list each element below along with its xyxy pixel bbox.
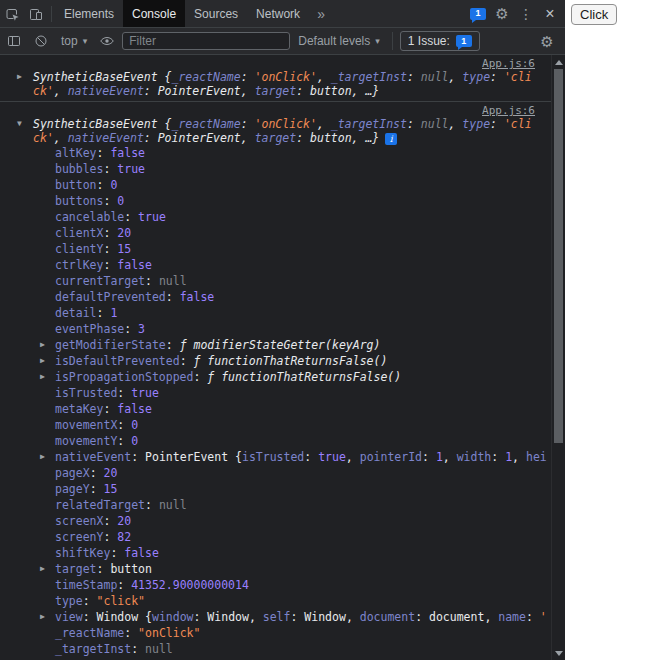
expand-triangle-icon[interactable]: ▶	[40, 565, 45, 573]
token-name: target	[255, 84, 297, 98]
browser-window: Elements Console Sources Network » 1 ⚙ ⋮…	[0, 0, 645, 660]
token-plain: :	[193, 370, 207, 384]
scroll-down-icon[interactable]	[552, 647, 565, 659]
live-expression-eye-icon[interactable]	[95, 28, 119, 55]
token-str: "click"	[97, 594, 145, 608]
token-plain: :	[103, 162, 117, 176]
token-name: document	[360, 610, 415, 624]
token-name: nativeEvent	[55, 450, 131, 464]
collapse-triangle-icon[interactable]: ▼	[17, 120, 22, 128]
console-sidebar-icon[interactable]	[2, 28, 26, 55]
token-plain: :	[241, 117, 255, 131]
token-plain: Window {	[97, 610, 152, 624]
token-name: ctrlKey	[55, 258, 103, 272]
token-name: clientX	[55, 226, 103, 240]
expand-triangle-icon[interactable]: ▶	[40, 341, 45, 349]
token-name: _targetInst	[55, 642, 131, 656]
token-num: false	[117, 402, 152, 416]
token-plain: button	[110, 562, 152, 576]
token-plain: :	[103, 258, 117, 272]
tab-console[interactable]: Console	[123, 0, 185, 27]
expand-triangle-icon[interactable]: ▶	[40, 373, 45, 381]
token-plain: ,	[317, 117, 331, 131]
expand-triangle-icon[interactable]: ▶	[40, 613, 45, 621]
close-devtools-icon[interactable]: ×	[538, 0, 562, 27]
tab-sources[interactable]: Sources	[185, 0, 247, 27]
info-icon[interactable]: i	[385, 133, 397, 145]
token-name: _targetInst	[331, 117, 407, 131]
token-plain: :	[90, 482, 104, 496]
token-plain: :	[103, 194, 117, 208]
token-plain: :	[124, 210, 138, 224]
token-plain: :	[526, 610, 540, 624]
token-plain: ,	[249, 610, 263, 624]
issue-count-badge: 1	[470, 8, 486, 20]
property-row: bubbles: true	[0, 161, 551, 177]
token-plain: :	[103, 242, 117, 256]
property-row: movementY: 0	[0, 433, 551, 449]
context-label: top	[61, 34, 78, 48]
scroll-up-icon[interactable]	[552, 56, 565, 68]
more-tabs-icon[interactable]: »	[309, 0, 333, 27]
clear-console-icon[interactable]	[29, 28, 53, 55]
token-name: movementX	[55, 418, 117, 432]
token-name: movementY	[55, 434, 117, 448]
message-preview-line: ck', nativeEvent: PointerEvent, target: …	[0, 84, 551, 98]
token-plain: ,	[54, 84, 68, 98]
token-fn: ƒ functionThatReturnsFalse()	[193, 354, 387, 368]
token-plain: PointerEvent {	[145, 450, 242, 464]
token-name: isPropagationStopped	[55, 370, 193, 384]
javascript-context-selector[interactable]: top ▾	[56, 34, 92, 48]
token-plain: ,	[449, 70, 463, 84]
token-str: 'cli	[504, 117, 532, 131]
token-plain: :	[490, 70, 504, 84]
token-num: true	[138, 210, 166, 224]
property-row: ▶isPropagationStopped: ƒ functionThatRet…	[0, 369, 551, 385]
property-row: buttons: 0	[0, 193, 551, 209]
console-scrollbar[interactable]	[551, 55, 565, 660]
expand-triangle-icon[interactable]: ▶	[40, 453, 45, 461]
token-plain: :	[124, 626, 138, 640]
log-levels-selector[interactable]: Default levels ▾	[293, 34, 385, 48]
scrollbar-thumb[interactable]	[554, 69, 563, 443]
token-plain: Window	[304, 610, 346, 624]
token-name: getModifierState	[55, 338, 166, 352]
issues-counter-button[interactable]: 1 Issue: 1	[400, 31, 480, 51]
click-button[interactable]: Click	[571, 4, 617, 25]
inspect-element-icon[interactable]	[0, 0, 24, 27]
token-name: target	[255, 131, 297, 145]
tab-network[interactable]: Network	[247, 0, 309, 27]
tab-elements[interactable]: Elements	[55, 0, 123, 27]
message-preview-line: ▶SyntheticBaseEvent {_reactName: 'onClic…	[0, 70, 551, 84]
token-str: "onClick"	[138, 626, 200, 640]
token-plain: :	[290, 610, 304, 624]
expand-triangle-icon[interactable]: ▶	[40, 357, 45, 365]
token-str: 'onClick'	[255, 117, 317, 131]
console-settings-gear-icon[interactable]: ⚙	[535, 28, 559, 55]
source-location-link[interactable]: App.js:6	[482, 57, 535, 70]
token-num: 0	[131, 434, 138, 448]
token-plain: :	[117, 434, 131, 448]
token-plain: :	[97, 562, 111, 576]
property-row: ▶view: Window {window: Window, self: Win…	[0, 609, 551, 625]
token-num: 20	[117, 226, 131, 240]
token-plain: :	[145, 274, 159, 288]
console-message: App.js:6▶SyntheticBaseEvent {_reactName:…	[0, 55, 551, 102]
token-num: true	[131, 386, 159, 400]
settings-gear-icon[interactable]: ⚙	[490, 0, 514, 27]
token-plain: :	[296, 131, 310, 145]
token-plain: :	[83, 610, 97, 624]
kebab-menu-icon[interactable]: ⋮	[514, 0, 538, 27]
token-name: self	[263, 610, 291, 624]
source-location-link[interactable]: App.js:6	[482, 104, 535, 117]
filter-input[interactable]	[122, 32, 290, 50]
token-str: '	[540, 610, 547, 624]
property-row: eventPhase: 3	[0, 321, 551, 337]
property-row: ▶nativeEvent: PointerEvent {isTrusted: t…	[0, 449, 551, 465]
property-row: ▶isDefaultPrevented: ƒ functionThatRetur…	[0, 353, 551, 369]
token-fn: ƒ modifierStateGetter(keyArg)	[180, 338, 381, 352]
issues-icon[interactable]: 1	[466, 0, 490, 27]
expand-triangle-icon[interactable]: ▶	[17, 73, 22, 81]
token-num: 41352.90000000014	[131, 578, 249, 592]
device-toolbar-icon[interactable]	[24, 0, 48, 27]
